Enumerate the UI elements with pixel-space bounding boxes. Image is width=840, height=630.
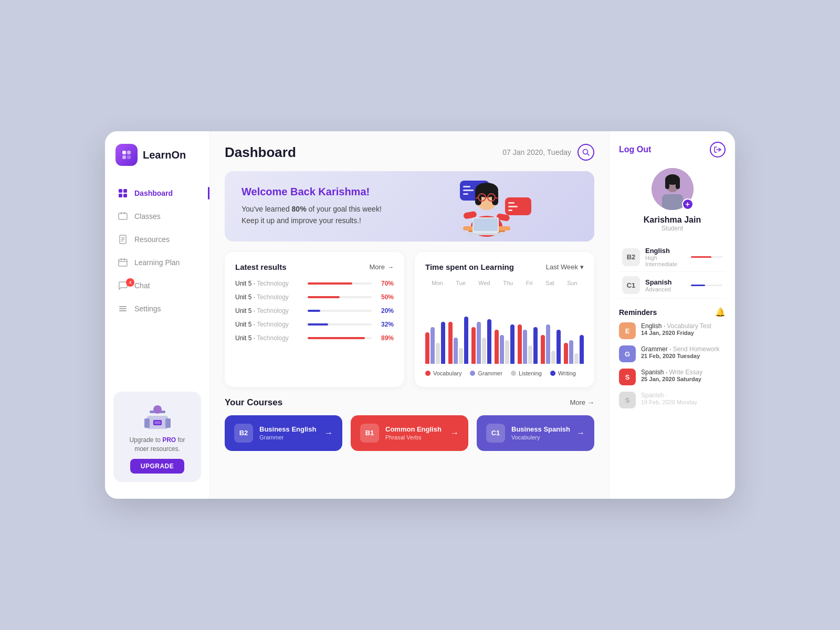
bar-group-sun <box>564 296 584 364</box>
course-card-c1[interactable]: C1 Business Spanish Vocabulery → <box>477 415 594 451</box>
upgrade-text: Upgrade to PRO for moer resources. <box>122 436 193 454</box>
bar-group-fri <box>518 296 538 364</box>
lang-level-c1: C1 <box>622 276 640 294</box>
legend-writing: Writing <box>550 370 576 376</box>
settings-icon <box>118 303 128 314</box>
reminder-spanish-2: S Spanish · 19 Feb, 2020 Monday <box>619 392 726 408</box>
svg-rect-3 <box>127 155 131 159</box>
page-title: Dashboard <box>225 144 296 161</box>
logout-icon[interactable] <box>710 142 726 158</box>
svg-rect-46 <box>468 233 503 235</box>
svg-rect-25 <box>165 418 171 428</box>
welcome-title: Welcome Back Karishma! <box>242 186 578 198</box>
course-level-c1: C1 <box>486 424 505 443</box>
bar-group-mon <box>425 296 445 364</box>
last-week-filter[interactable]: Last Week ▾ <box>546 263 584 271</box>
legend-vocabulary: Vocabulary <box>425 370 461 376</box>
svg-rect-2 <box>122 155 126 159</box>
bar-group-tue <box>448 296 468 364</box>
reminder-text-grammer: Grammer · Send Homework 21 Feb, 2020 Tue… <box>641 345 726 359</box>
chart-area: Mon Tue Wed Thu Fri Sat Sun <box>425 280 584 376</box>
panel-header: Latest results More → <box>235 262 394 271</box>
language-cards: B2 English High Intermediate C1 Spanish … <box>619 243 726 299</box>
user-name: Karishma Jain <box>619 215 726 225</box>
latest-results-more[interactable]: More → <box>369 263 394 271</box>
reminder-text-spanish-1: Spanish · Write Essay 25 Jan, 2020 Satur… <box>641 369 726 382</box>
course-arrow-b2: → <box>324 428 333 438</box>
avatar-plus-icon[interactable]: + <box>682 198 694 210</box>
courses-more[interactable]: More → <box>570 398 594 406</box>
sidebar-item-label: Classes <box>134 212 161 220</box>
main-header: Dashboard 07 Jan 2020, Tueday <box>225 144 594 161</box>
latest-results-panel: Latest results More → Unit 5 · Technolog… <box>225 252 404 387</box>
legend-grammer: Grammer <box>470 370 502 376</box>
reminder-badge-s1: S <box>619 369 636 385</box>
lang-card-english: B2 English High Intermediate <box>619 243 726 272</box>
latest-results-title: Latest results <box>235 262 287 271</box>
bell-icon[interactable]: 🔔 <box>715 307 726 317</box>
sidebar-item-dashboard[interactable]: Dashboard <box>111 183 203 204</box>
dashboard-icon <box>118 188 128 198</box>
result-row-2: Unit 5 · Technology 50% <box>235 293 394 301</box>
upgrade-box: Upgrade to PRO for moer resources. UPGRA… <box>113 392 201 482</box>
chart-bars <box>425 290 584 364</box>
courses-row: B2 Business English Grammer → B1 Common … <box>225 415 594 451</box>
reminders-list: E English · Vocabulary Test 14 Jan, 2020… <box>619 322 726 415</box>
sidebar-item-label: Dashboard <box>134 189 173 197</box>
logout-button[interactable]: Log Out <box>619 145 651 154</box>
panels-row: Latest results More → Unit 5 · Technolog… <box>225 252 594 387</box>
right-panel-header: Log Out <box>619 142 726 158</box>
welcome-card: Welcome Back Karishma! You've learned 80… <box>225 171 594 242</box>
svg-rect-19 <box>119 306 127 307</box>
reminder-english: E English · Vocabulary Test 14 Jan, 2020… <box>619 322 726 339</box>
svg-rect-45 <box>474 218 498 231</box>
sidebar-item-chat[interactable]: 4 Chat <box>111 275 203 296</box>
svg-line-30 <box>587 154 590 156</box>
english-progress <box>691 256 722 258</box>
reminder-spanish-1: S Spanish · Write Essay 25 Jan, 2020 Sat… <box>619 369 726 385</box>
upgrade-pro-label: PRO <box>162 436 176 444</box>
sidebar: LearnOn Dashboard <box>105 131 210 499</box>
svg-rect-24 <box>144 418 150 428</box>
courses-section: Your Courses More → B2 Business English … <box>225 397 594 451</box>
legend-listening: Listening <box>511 370 542 376</box>
lang-info-english: English High Intermediate <box>645 247 686 267</box>
course-card-b2[interactable]: B2 Business English Grammer → <box>225 415 342 451</box>
sidebar-item-learning-plan[interactable]: Learning Plan <box>111 252 203 273</box>
sidebar-item-settings[interactable]: Settings <box>111 298 203 319</box>
course-name-b1: Common English <box>385 425 444 434</box>
search-button[interactable] <box>578 144 594 161</box>
person-illustration <box>453 171 521 242</box>
right-panel: Log Out <box>609 131 735 499</box>
reminders-header: Reminders 🔔 <box>619 307 726 317</box>
main-content: Dashboard 07 Jan 2020, Tueday Welcome Ba… <box>210 131 609 499</box>
courses-title: Your Courses <box>225 397 282 408</box>
course-card-b1[interactable]: B1 Common English Phrasal Verbs → <box>351 415 468 451</box>
sidebar-item-resources[interactable]: Resources <box>111 229 203 250</box>
svg-rect-17 <box>121 258 122 260</box>
svg-rect-10 <box>124 212 125 214</box>
svg-rect-15 <box>119 259 127 266</box>
svg-rect-6 <box>119 194 122 197</box>
result-row-1: Unit 5 · Technology 70% <box>235 280 394 287</box>
reminder-text-spanish-2: Spanish · 19 Feb, 2020 Monday <box>641 392 726 405</box>
welcome-highlight: 80% <box>292 205 307 213</box>
sidebar-item-classes[interactable]: Classes <box>111 206 203 227</box>
courses-header: Your Courses More → <box>225 397 594 408</box>
reminder-grammer: G Grammer · Send Homework 21 Feb, 2020 T… <box>619 345 726 362</box>
svg-rect-1 <box>127 151 131 154</box>
learning-plan-icon <box>118 257 128 268</box>
sidebar-item-label: Settings <box>134 304 161 313</box>
logo-icon <box>116 144 138 166</box>
chart-legend: Vocabulary Grammer Listening Writin <box>425 370 584 376</box>
upgrade-button[interactable]: UPGRADE <box>130 459 185 474</box>
classes-icon <box>118 211 128 222</box>
svg-rect-8 <box>119 213 127 219</box>
bar-group-thu <box>495 296 514 364</box>
course-name-b2: Business English <box>259 425 318 434</box>
upgrade-illustration <box>142 400 173 432</box>
logo-area: LearnOn <box>105 144 209 183</box>
course-sub-b2: Grammer <box>259 434 318 440</box>
course-info-b1: Common English Phrasal Verbs <box>385 425 444 440</box>
time-chart-panel: Time spent on Learning Last Week ▾ Mon T… <box>415 252 594 387</box>
